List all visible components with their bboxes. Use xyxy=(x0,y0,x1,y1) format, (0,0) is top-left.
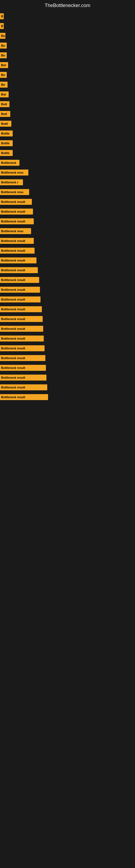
bar: Bottleneck result xyxy=(0,375,46,380)
bar-row: Bottleneck result xyxy=(0,325,135,333)
bar-label: Bo xyxy=(1,73,5,76)
bar-label: Bottleneck resu xyxy=(1,229,24,233)
bar: Bottleneck result xyxy=(0,277,39,283)
bar-label: Bottleneck result xyxy=(1,327,25,330)
bar: Bottle xyxy=(0,140,13,146)
bar-label: Bottleneck result xyxy=(1,278,25,282)
bar: Bott xyxy=(0,111,10,117)
bar: Bottleneck resu xyxy=(0,189,29,195)
bar-label: Bo xyxy=(1,54,5,57)
bar: Bo xyxy=(0,42,7,49)
bar-row: Bottleneck result xyxy=(0,335,135,342)
bar-label: Bottl xyxy=(1,122,8,125)
bar-label: Bottleneck result xyxy=(1,259,25,262)
bar: Bottleneck result xyxy=(0,238,34,244)
bar-row: Bottleneck result xyxy=(0,374,135,381)
bar-label: Bottleneck result xyxy=(1,386,25,389)
bar-label: B xyxy=(1,14,3,18)
bar: Bottleneck result xyxy=(0,326,43,332)
bar-row: Bottleneck result xyxy=(0,344,135,352)
bar-label: Bottle xyxy=(1,151,9,155)
bar: Bottleneck result xyxy=(0,209,33,215)
bars-container: BBBoBoBoBotBoBoBotBottBottBottlBottleBot… xyxy=(0,10,135,406)
bar-row: Bottleneck result xyxy=(0,364,135,372)
bar-label: Bo xyxy=(1,34,5,37)
bar-label: Bottleneck result xyxy=(1,220,25,223)
bar: Bottl xyxy=(0,121,11,127)
bar: Bottleneck result xyxy=(0,384,47,390)
bar-label: Bottleneck result xyxy=(1,288,25,291)
bar-row: Bottleneck result xyxy=(0,276,135,284)
bar-row: Bottleneck result xyxy=(0,315,135,323)
bar-row: Bottleneck r xyxy=(0,179,135,186)
bar-row: Bottleneck resu xyxy=(0,227,135,235)
bar-row: Bottl xyxy=(0,120,135,127)
bar-label: Bo xyxy=(1,83,5,86)
bar-label: Bott xyxy=(1,112,7,116)
bar-label: Bott xyxy=(1,102,7,106)
bar-label: Bottleneck result xyxy=(1,347,25,350)
bar: Bottleneck result xyxy=(0,218,34,224)
bar: Bottleneck result xyxy=(0,345,45,351)
bar: Bottleneck result xyxy=(0,306,42,312)
bar: Bottle xyxy=(0,130,13,136)
bar-row: Bott xyxy=(0,100,135,108)
bar: Bottle xyxy=(0,150,13,156)
bar-label: Bottleneck result xyxy=(1,317,25,321)
bar-label: Bottleneck resu xyxy=(1,171,24,174)
bar-label: Bottleneck result xyxy=(1,210,25,213)
bar-row: Bottleneck resu xyxy=(0,188,135,196)
bar: Bottleneck result xyxy=(0,267,38,273)
bar-label: Bottleneck result xyxy=(1,249,25,252)
bar-label: Bottle xyxy=(1,132,9,135)
bar-row: Bottleneck result xyxy=(0,208,135,215)
bar-label: Bottleneck result xyxy=(1,396,25,399)
bar: Bo xyxy=(0,82,8,88)
bar-label: Bottleneck result xyxy=(1,376,25,379)
bar-row: Bottleneck result xyxy=(0,267,135,274)
bar-label: Bottleneck result xyxy=(1,356,25,360)
bar: Bo xyxy=(0,33,5,39)
bar-row: Bo xyxy=(0,52,135,59)
bar: B xyxy=(0,23,4,29)
bar: Bottleneck result xyxy=(0,394,48,400)
bar-label: Bot xyxy=(1,63,6,67)
bar: Bottleneck result xyxy=(0,316,43,322)
bar-row: Bottleneck result xyxy=(0,354,135,362)
bar: Bottleneck resu xyxy=(0,169,28,176)
site-header: TheBottlenecker.com xyxy=(0,0,135,10)
bar-row: Bo xyxy=(0,71,135,79)
bar-row: Bottleneck result xyxy=(0,383,135,391)
bar: Bot xyxy=(0,62,8,68)
bar-row: Bottleneck result xyxy=(0,247,135,254)
bar-label: Bottleneck result xyxy=(1,298,25,301)
bar: Bottleneck result xyxy=(0,365,46,371)
bar-label: Bottleneck r xyxy=(1,181,18,184)
bar-row: Bottle xyxy=(0,149,135,157)
bar-label: Bottleneck result xyxy=(1,200,25,204)
bar-label: Bottleneck result xyxy=(1,269,25,272)
bar: Bottleneck xyxy=(0,160,19,166)
bar-row: Bott xyxy=(0,110,135,118)
bar-row: Bottleneck result xyxy=(0,393,135,401)
bar-label: Bottleneck result xyxy=(1,337,25,340)
bar-row: Bottleneck result xyxy=(0,198,135,206)
bar: Bott xyxy=(0,101,9,107)
bar: Bo xyxy=(0,52,7,58)
bar-row: Bo xyxy=(0,32,135,40)
bar-label: Bottleneck resu xyxy=(1,190,24,194)
bar-row: B xyxy=(0,22,135,30)
bar: B xyxy=(0,13,4,19)
bar-label: Bo xyxy=(1,44,5,47)
bar-label: Bot xyxy=(1,93,6,96)
bar-row: Bottleneck result xyxy=(0,237,135,245)
bar-label: Bottleneck result xyxy=(1,239,25,243)
bar: Bottleneck result xyxy=(0,257,37,264)
bar-row: Bottleneck result xyxy=(0,296,135,303)
bar: Bottleneck resu xyxy=(0,228,31,234)
bar-row: Bottleneck result xyxy=(0,218,135,225)
bar-row: Bot xyxy=(0,91,135,98)
bar-row: Bottleneck result xyxy=(0,305,135,313)
bar-row: Bo xyxy=(0,42,135,50)
bar-row: Bottleneck result xyxy=(0,286,135,293)
